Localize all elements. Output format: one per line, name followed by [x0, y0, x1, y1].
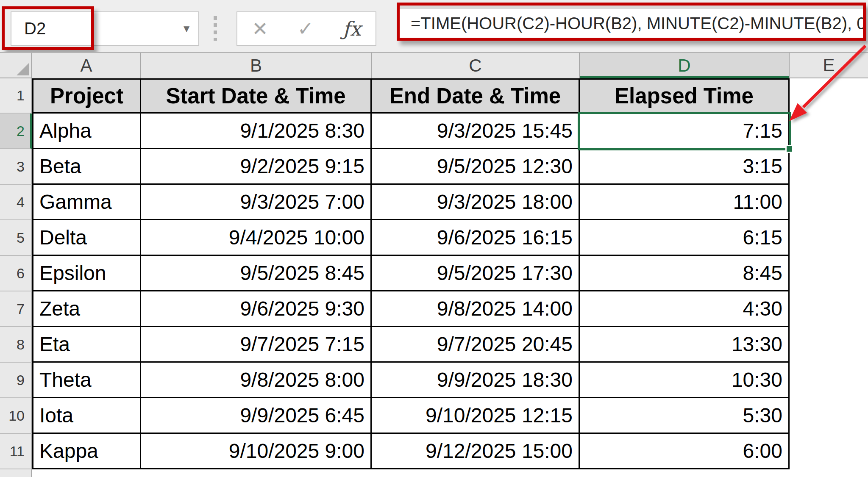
column-header-a[interactable]: A: [32, 52, 141, 78]
name-box[interactable]: D2 ▼: [11, 11, 199, 46]
cell-D7[interactable]: 4:30: [580, 291, 790, 327]
sheet-row: 8 Eta 9/7/2025 7:15 9/7/2025 20:45 13:30: [0, 327, 868, 363]
cell-D6[interactable]: 8:45: [580, 256, 790, 291]
cell-A9[interactable]: Theta: [32, 363, 141, 398]
cell-A5[interactable]: Delta: [32, 220, 141, 256]
cell-E5[interactable]: [790, 220, 868, 256]
row-header-6[interactable]: 6: [0, 256, 32, 291]
cell-C7[interactable]: 9/8/2025 14:00: [372, 291, 580, 327]
cell-E8[interactable]: [790, 327, 868, 363]
cancel-icon[interactable]: ✕: [252, 19, 268, 39]
cell-D5[interactable]: 6:15: [580, 220, 790, 256]
cell-A6[interactable]: Epsilon: [32, 256, 141, 291]
cell-B11[interactable]: 9/10/2025 9:00: [141, 434, 372, 469]
row-header-2[interactable]: 2: [0, 114, 32, 149]
row-header-5[interactable]: 5: [0, 220, 32, 256]
formula-bar-chrome: D2 ▼ ✕ ✓ ƒx =TIME(HOUR(C2)-HOUR(B2), MIN…: [0, 0, 868, 52]
name-box-value: D2: [24, 19, 46, 38]
cell-row12: [32, 469, 868, 477]
fill-handle[interactable]: [785, 145, 793, 153]
sheet-row: 4 Gamma 9/3/2025 7:00 9/3/2025 18:00 11:…: [0, 185, 868, 220]
cell-A7[interactable]: Zeta: [32, 291, 141, 327]
cell-A3[interactable]: Beta: [32, 149, 141, 185]
sheet-row: 9 Theta 9/8/2025 8:00 9/9/2025 18:30 10:…: [0, 363, 868, 398]
cell-E10[interactable]: [790, 398, 868, 434]
sheet-row: 6 Epsilon 9/5/2025 8:45 9/5/2025 17:30 8…: [0, 256, 868, 291]
cell-B7[interactable]: 9/6/2025 9:30: [141, 291, 372, 327]
cell-E11[interactable]: [790, 434, 868, 469]
cell-A4[interactable]: Gamma: [32, 185, 141, 220]
cell-D3[interactable]: 3:15: [580, 149, 790, 185]
cell-E2[interactable]: [790, 114, 868, 149]
row-header-7[interactable]: 7: [0, 291, 32, 327]
sheet-row: 2 Alpha 9/1/2025 8:30 9/3/2025 15:45 7:1…: [0, 114, 868, 149]
cell-E7[interactable]: [790, 291, 868, 327]
name-box-dropdown-icon[interactable]: ▼: [181, 24, 192, 34]
cell-B10[interactable]: 9/9/2025 6:45: [141, 398, 372, 434]
column-header-d[interactable]: D: [580, 52, 790, 78]
sheet-row: 10 Iota 9/9/2025 6:45 9/10/2025 12:15 5:…: [0, 398, 868, 434]
cell-A2[interactable]: Alpha: [32, 114, 141, 149]
cell-B9[interactable]: 9/8/2025 8:00: [141, 363, 372, 398]
cell-C5[interactable]: 9/6/2025 16:15: [372, 220, 580, 256]
cell-D2[interactable]: 7:15: [580, 114, 790, 149]
formula-bar-buttons: ✕ ✓ ƒx: [236, 11, 376, 46]
cell-B3[interactable]: 9/2/2025 9:15: [141, 149, 372, 185]
cell-C2[interactable]: 9/3/2025 15:45: [372, 114, 580, 149]
cell-C11[interactable]: 9/12/2025 15:00: [372, 434, 580, 469]
insert-function-icon[interactable]: ƒx: [343, 19, 361, 39]
cell-D10[interactable]: 5:30: [580, 398, 790, 434]
cell-E1[interactable]: [790, 78, 868, 114]
cell-E6[interactable]: [790, 256, 868, 291]
cell-B8[interactable]: 9/7/2025 7:15: [141, 327, 372, 363]
cell-A11[interactable]: Kappa: [32, 434, 141, 469]
cell-A10[interactable]: Iota: [32, 398, 141, 434]
sheet-row: 11 Kappa 9/10/2025 9:00 9/12/2025 15:00 …: [0, 434, 868, 469]
row-header-9[interactable]: 9: [0, 363, 32, 398]
cell-B5[interactable]: 9/4/2025 10:00: [141, 220, 372, 256]
enter-icon[interactable]: ✓: [298, 19, 314, 39]
cell-E9[interactable]: [790, 363, 868, 398]
column-header-e[interactable]: E: [790, 52, 868, 78]
cell-B4[interactable]: 9/3/2025 7:00: [141, 185, 372, 220]
cell-C10[interactable]: 9/10/2025 12:15: [372, 398, 580, 434]
row-header-4[interactable]: 4: [0, 185, 32, 220]
cell-A8[interactable]: Eta: [32, 327, 141, 363]
cell-E4[interactable]: [790, 185, 868, 220]
cell-C9[interactable]: 9/9/2025 18:30: [372, 363, 580, 398]
cell-B2[interactable]: 9/1/2025 8:30: [141, 114, 372, 149]
column-header-b[interactable]: B: [141, 52, 372, 78]
cell-A1[interactable]: Project: [32, 78, 141, 114]
cell-C1[interactable]: End Date & Time: [372, 78, 580, 114]
column-header-row: A B C D E: [0, 52, 868, 78]
cell-E3[interactable]: [790, 149, 868, 185]
cell-B1[interactable]: Start Date & Time: [141, 78, 372, 114]
row-header-10[interactable]: 10: [0, 398, 32, 434]
row-header-12[interactable]: [0, 469, 32, 477]
cell-D1[interactable]: Elapsed Time: [580, 78, 790, 114]
cell-D4[interactable]: 11:00: [580, 185, 790, 220]
formula-input[interactable]: =TIME(HOUR(C2)-HOUR(B2), MINUTE(C2)-MINU…: [400, 9, 863, 38]
row-header-8[interactable]: 8: [0, 327, 32, 363]
cell-C8[interactable]: 9/7/2025 20:45: [372, 327, 580, 363]
cell-B6[interactable]: 9/5/2025 8:45: [141, 256, 372, 291]
sheet-row: 3 Beta 9/2/2025 9:15 9/5/2025 12:30 3:15: [0, 149, 868, 185]
sheet-row: 1 Project Start Date & Time End Date & T…: [0, 78, 868, 114]
sheet-row-stub: [0, 469, 868, 477]
row-header-1[interactable]: 1: [0, 78, 32, 114]
cell-C4[interactable]: 9/3/2025 18:00: [372, 185, 580, 220]
spreadsheet-grid: A B C D E 1 Project Start Date & Time En…: [0, 52, 868, 477]
select-all-corner[interactable]: [0, 52, 32, 78]
column-header-c[interactable]: C: [372, 52, 580, 78]
formula-bar-highlight-annotation: =TIME(HOUR(C2)-HOUR(B2), MINUTE(C2)-MINU…: [397, 3, 866, 41]
cell-C3[interactable]: 9/5/2025 12:30: [372, 149, 580, 185]
cell-D11[interactable]: 6:00: [580, 434, 790, 469]
cell-C6[interactable]: 9/5/2025 17:30: [372, 256, 580, 291]
row-header-11[interactable]: 11: [0, 434, 32, 469]
cell-D8[interactable]: 13:30: [580, 327, 790, 363]
formula-bar-grip-icon: [214, 16, 217, 41]
cell-D9[interactable]: 10:30: [580, 363, 790, 398]
sheet-row: 7 Zeta 9/6/2025 9:30 9/8/2025 14:00 4:30: [0, 291, 868, 327]
sheet-row: 5 Delta 9/4/2025 10:00 9/6/2025 16:15 6:…: [0, 220, 868, 256]
row-header-3[interactable]: 3: [0, 149, 32, 185]
